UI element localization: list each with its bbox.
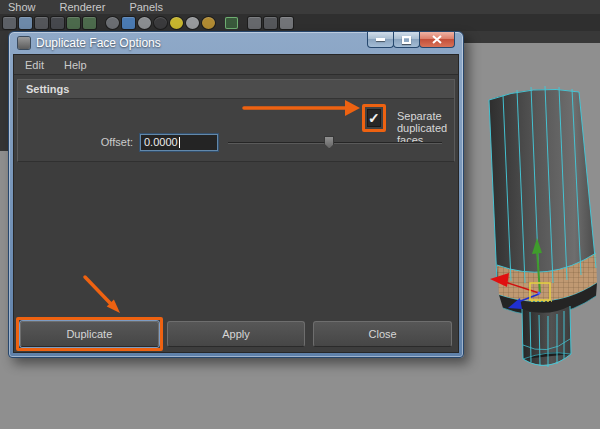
- lighting-icon[interactable]: [170, 17, 183, 29]
- annotation-box-duplicate: Duplicate: [16, 317, 163, 351]
- camera-icon[interactable]: [3, 17, 16, 29]
- minimize-button[interactable]: [367, 32, 394, 48]
- duplicate-button[interactable]: Duplicate: [20, 321, 159, 347]
- offset-value: 0.0000: [144, 136, 178, 148]
- toolbox-strip: [0, 31, 8, 151]
- gate-mask-icon[interactable]: [67, 17, 80, 29]
- film-gate-icon[interactable]: [51, 17, 64, 29]
- toolbar-separator: [218, 17, 222, 29]
- 3d-model-cylinder: [463, 82, 600, 382]
- wireframe-icon[interactable]: [106, 17, 119, 29]
- xray-icon[interactable]: [264, 17, 277, 29]
- menu-edit[interactable]: Edit: [25, 59, 44, 71]
- duplicate-face-options-dialog: Duplicate Face Options Edit Help Setting…: [8, 31, 464, 358]
- dialog-menubar: Edit Help: [14, 55, 458, 75]
- dialog-client-area: Edit Help Settings ✓ Separate duplicated…: [13, 54, 459, 353]
- grid-view-icon[interactable]: [35, 17, 48, 29]
- separate-faces-checkbox[interactable]: ✓: [367, 109, 381, 127]
- minimize-icon: [376, 38, 385, 41]
- offset-row: Offset: 0.0000: [18, 132, 454, 152]
- view-icon[interactable]: [19, 17, 32, 29]
- annotation-box-checkbox: ✓: [362, 104, 386, 132]
- joints-xray-icon[interactable]: [280, 17, 293, 29]
- close-button[interactable]: [419, 32, 455, 48]
- offset-label: Offset:: [18, 136, 140, 148]
- resolution-gate-icon[interactable]: [225, 17, 238, 29]
- textured-icon[interactable]: [154, 17, 167, 29]
- settings-header[interactable]: Settings: [18, 80, 454, 99]
- offset-input[interactable]: 0.0000: [140, 134, 218, 151]
- shaded-icon[interactable]: [122, 17, 135, 29]
- text-caret: [179, 137, 180, 148]
- menu-help[interactable]: Help: [64, 59, 87, 71]
- dialog-icon: [18, 37, 30, 49]
- close-icon: [432, 35, 442, 44]
- maximize-icon: [402, 36, 411, 44]
- slider-handle[interactable]: [324, 136, 334, 149]
- slider-track: [228, 142, 442, 144]
- viewport-toolbar: [0, 14, 600, 31]
- maximize-button[interactable]: [393, 32, 420, 48]
- settings-group: Settings ✓ Separate duplicated faces Off…: [17, 79, 455, 162]
- offset-slider[interactable]: [228, 136, 442, 149]
- menu-renderer[interactable]: Renderer: [60, 1, 106, 13]
- settings-body: ✓ Separate duplicated faces Offset: 0.00…: [18, 99, 454, 161]
- close-dialog-button[interactable]: Close: [313, 321, 452, 347]
- apply-button[interactable]: Apply: [167, 321, 306, 347]
- menu-show[interactable]: Show: [8, 1, 36, 13]
- menu-panels[interactable]: Panels: [129, 1, 163, 13]
- smooth-shade-icon[interactable]: [138, 17, 151, 29]
- ao-icon[interactable]: [202, 17, 215, 29]
- isolate-select-icon[interactable]: [248, 17, 261, 29]
- safe-action-icon[interactable]: [83, 17, 96, 29]
- dialog-button-row: Duplicate Apply Close: [14, 316, 458, 352]
- shadows-icon[interactable]: [186, 17, 199, 29]
- toolbar-separator: [99, 17, 103, 29]
- toolbar-separator: [241, 17, 245, 29]
- dialog-title: Duplicate Face Options: [36, 36, 161, 50]
- panel-menubar: Show Renderer Panels: [0, 0, 600, 14]
- separate-faces-row: ✓ Separate duplicated faces: [18, 104, 454, 131]
- window-controls: [368, 32, 455, 48]
